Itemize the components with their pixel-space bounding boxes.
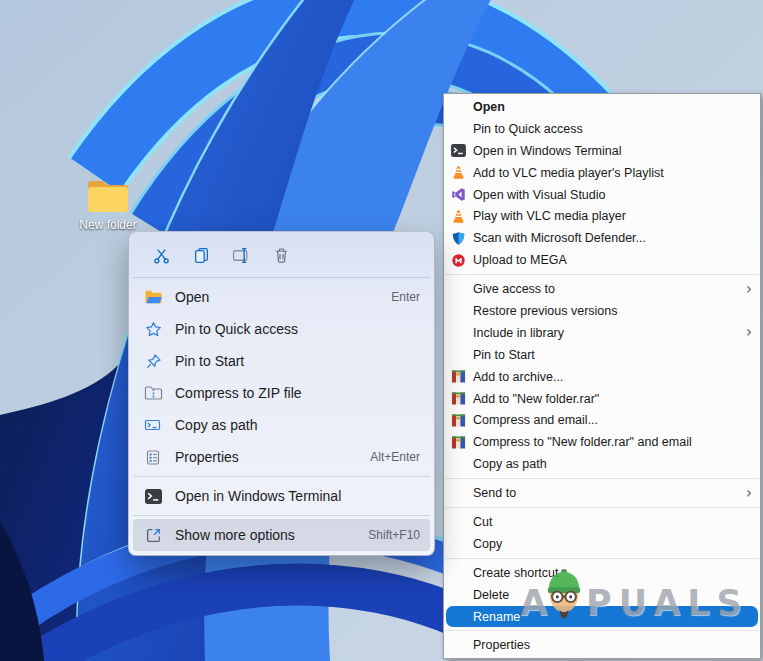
terminal-icon bbox=[450, 142, 467, 159]
winrar-icon bbox=[450, 434, 467, 451]
show-more-icon bbox=[143, 526, 163, 544]
defender-icon bbox=[450, 230, 467, 247]
blank-icon bbox=[450, 456, 467, 473]
classic-item-add-to-new-folder-rar[interactable]: Add to "New folder.rar" bbox=[444, 388, 760, 410]
blank-icon bbox=[450, 586, 467, 603]
delete-button[interactable] bbox=[269, 242, 293, 268]
star-icon bbox=[143, 320, 163, 338]
shortcut-enter: Enter bbox=[391, 290, 420, 304]
menu-item-compress-to-zip[interactable]: Compress to ZIP file bbox=[133, 377, 430, 409]
visual-studio-icon bbox=[450, 186, 467, 203]
cut-button[interactable] bbox=[149, 242, 173, 268]
classic-item-give-access-to[interactable]: Give access to › bbox=[444, 278, 760, 300]
menu-item-open-in-windows-terminal[interactable]: Open in Windows Terminal bbox=[133, 480, 430, 512]
winrar-icon bbox=[450, 412, 467, 429]
classic-item-open[interactable]: Open bbox=[444, 96, 760, 118]
classic-item-scan-with-microsoft-defender[interactable]: Scan with Microsoft Defender... bbox=[444, 227, 760, 249]
classic-item-delete[interactable]: Delete bbox=[444, 584, 760, 606]
rename-button[interactable] bbox=[229, 242, 253, 268]
rename-icon bbox=[232, 247, 251, 264]
submenu-arrow-icon: › bbox=[746, 486, 752, 501]
classic-item-include-in-library[interactable]: Include in library › bbox=[444, 322, 760, 344]
folder-label: New folder bbox=[66, 218, 150, 232]
menu-item-copy-as-path[interactable]: Copy as path bbox=[133, 409, 430, 441]
blank-icon bbox=[450, 302, 467, 319]
modern-context-menu: Open Enter Pin to Quick access Pin to St… bbox=[128, 231, 435, 556]
blank-icon bbox=[450, 120, 467, 137]
desktop-folder-new-folder[interactable]: New folder bbox=[66, 178, 150, 232]
copy-button[interactable] bbox=[189, 242, 213, 268]
classic-item-copy[interactable]: Copy bbox=[444, 533, 760, 555]
classic-item-pin-to-start[interactable]: Pin to Start bbox=[444, 344, 760, 366]
separator bbox=[133, 476, 430, 477]
classic-item-open-in-windows-terminal[interactable]: Open in Windows Terminal bbox=[444, 140, 760, 162]
classic-context-menu: Open Pin to Quick access Open in Windows… bbox=[443, 93, 761, 659]
zip-folder-icon bbox=[143, 384, 163, 402]
classic-item-create-shortcut[interactable]: Create shortcut bbox=[444, 562, 760, 584]
classic-item-play-with-vlc[interactable]: Play with VLC media player bbox=[444, 205, 760, 227]
classic-item-pin-to-quick-access[interactable]: Pin to Quick access bbox=[444, 118, 760, 140]
menu-item-properties[interactable]: Properties Alt+Enter bbox=[133, 441, 430, 473]
separator bbox=[445, 507, 759, 508]
vlc-icon bbox=[450, 208, 467, 225]
menu-item-pin-to-start[interactable]: Pin to Start bbox=[133, 345, 430, 377]
blank-icon bbox=[450, 98, 467, 115]
classic-item-add-to-archive[interactable]: Add to archive... bbox=[444, 366, 760, 388]
classic-item-cut[interactable]: Cut bbox=[444, 511, 760, 533]
vlc-icon bbox=[450, 164, 467, 181]
menu-item-open[interactable]: Open Enter bbox=[133, 281, 430, 313]
blank-icon bbox=[450, 513, 467, 530]
separator bbox=[133, 515, 430, 516]
classic-item-rename-selected[interactable]: Rename bbox=[446, 606, 758, 628]
pin-icon bbox=[143, 352, 163, 370]
blank-icon bbox=[450, 485, 467, 502]
folder-icon bbox=[86, 178, 130, 216]
blank-icon bbox=[450, 281, 467, 298]
blank-icon bbox=[450, 324, 467, 341]
classic-item-restore-previous-versions[interactable]: Restore previous versions bbox=[444, 300, 760, 322]
desktop: New folder bbox=[0, 0, 763, 661]
mega-icon bbox=[450, 252, 467, 269]
trash-icon bbox=[273, 247, 290, 264]
shortcut-shift-f10: Shift+F10 bbox=[368, 528, 420, 542]
separator bbox=[445, 630, 759, 631]
classic-item-compress-to-new-folder-rar-and-email[interactable]: Compress to "New folder.rar" and email bbox=[444, 431, 760, 453]
classic-item-add-to-vlc-playlist[interactable]: Add to VLC media player's Playlist bbox=[444, 162, 760, 184]
properties-icon bbox=[143, 448, 163, 466]
classic-item-send-to[interactable]: Send to › bbox=[444, 482, 760, 504]
terminal-icon bbox=[143, 487, 163, 505]
blank-icon bbox=[450, 535, 467, 552]
separator bbox=[445, 558, 759, 559]
shortcut-alt-enter: Alt+Enter bbox=[370, 450, 420, 464]
blank-icon bbox=[450, 637, 467, 654]
classic-item-upload-to-mega[interactable]: Upload to MEGA bbox=[444, 249, 760, 271]
separator bbox=[445, 478, 759, 479]
blank-icon bbox=[450, 608, 467, 625]
classic-item-copy-as-path[interactable]: Copy as path bbox=[444, 453, 760, 475]
separator bbox=[445, 274, 759, 275]
submenu-arrow-icon: › bbox=[746, 282, 752, 297]
winrar-icon bbox=[450, 390, 467, 407]
classic-item-properties[interactable]: Properties bbox=[444, 634, 760, 656]
menu-item-show-more-options[interactable]: Show more options Shift+F10 bbox=[133, 519, 430, 551]
quick-actions-row bbox=[133, 236, 430, 274]
scissors-icon bbox=[153, 247, 170, 264]
winrar-icon bbox=[450, 368, 467, 385]
classic-item-compress-and-email[interactable]: Compress and email... bbox=[444, 409, 760, 431]
copy-icon bbox=[193, 247, 210, 264]
separator bbox=[133, 277, 430, 278]
open-folder-icon bbox=[143, 288, 163, 306]
submenu-arrow-icon: › bbox=[746, 325, 752, 340]
copy-path-icon bbox=[143, 416, 163, 434]
classic-item-open-with-visual-studio[interactable]: Open with Visual Studio bbox=[444, 184, 760, 206]
blank-icon bbox=[450, 346, 467, 363]
menu-item-pin-to-quick-access[interactable]: Pin to Quick access bbox=[133, 313, 430, 345]
blank-icon bbox=[450, 564, 467, 581]
